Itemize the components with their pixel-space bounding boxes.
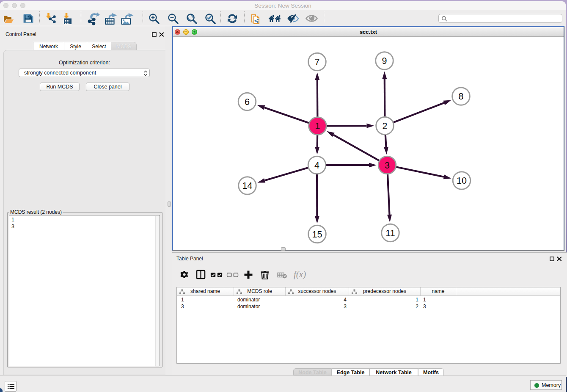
svg-text:9: 9: [382, 56, 387, 66]
svg-text:10: 10: [457, 176, 467, 186]
svg-text:7: 7: [315, 57, 320, 67]
svg-text:14: 14: [242, 181, 253, 191]
svg-text:15: 15: [312, 229, 322, 240]
svg-text:8: 8: [459, 91, 464, 102]
svg-text:3: 3: [385, 160, 390, 171]
svg-text:2: 2: [383, 121, 388, 131]
svg-text:1: 1: [315, 121, 320, 131]
svg-text:11: 11: [385, 228, 395, 238]
svg-text:6: 6: [245, 97, 250, 107]
svg-text:4: 4: [314, 160, 319, 171]
